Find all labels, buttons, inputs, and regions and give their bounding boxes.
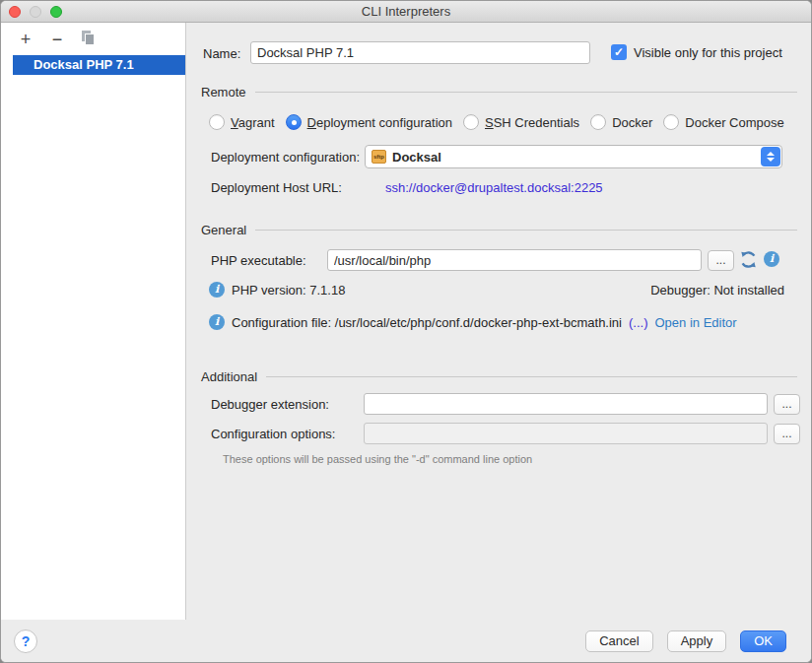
deployment-host-url-label: Deployment Host URL: [211, 180, 342, 195]
section-divider [255, 230, 797, 231]
combo-stepper-icon[interactable] [761, 147, 780, 166]
radio-docker-label: Docker [612, 115, 652, 130]
deployment-configuration-select[interactable]: sftp Docksal [365, 145, 782, 168]
radio-icon [209, 114, 225, 130]
remote-section-title: Remote [201, 85, 246, 99]
deployment-host-url-link[interactable]: ssh://docker@drupaltest.docksal:2225 [385, 180, 603, 195]
radio-vagrant[interactable]: Vagrant [209, 114, 275, 130]
php-executable-label: PHP executable: [211, 253, 306, 268]
debugger-extension-input[interactable] [364, 393, 768, 415]
php-executable-browse-button[interactable]: ... [708, 250, 734, 271]
radio-deployment-configuration[interactable]: Deployment configuration [286, 114, 452, 130]
visible-only-checkbox-label: Visible only for this project [634, 45, 782, 60]
sidebar: + − Docksal PHP 7.1 [1, 23, 186, 622]
radio-icon [663, 114, 679, 130]
ok-button[interactable]: OK [740, 630, 786, 652]
section-divider [255, 92, 797, 93]
help-button[interactable]: ? [14, 630, 37, 653]
configuration-options-browse-button[interactable]: ... [774, 424, 800, 444]
cancel-button[interactable]: Cancel [585, 630, 652, 652]
debugger-status-text: Debugger: Not installed [650, 283, 784, 298]
php-executable-info-icon[interactable]: i [764, 251, 779, 267]
sftp-icon: sftp [372, 150, 386, 164]
reload-php-info-button[interactable] [739, 250, 758, 272]
radio-docker[interactable]: Docker [590, 114, 652, 130]
info-icon: i [209, 314, 225, 330]
radio-ssh-credentials-label: SSH Credentials [485, 115, 579, 130]
copy-interpreter-button[interactable] [80, 31, 98, 47]
configuration-options-label: Configuration options: [211, 427, 335, 441]
visible-only-checkbox[interactable]: ✓ [611, 44, 627, 60]
configuration-options-input[interactable] [364, 423, 768, 444]
info-icon: i [209, 282, 225, 298]
interpreter-list-item[interactable]: Docksal PHP 7.1 [13, 55, 185, 75]
title-bar: CLI Interpreters [1, 1, 811, 23]
radio-selected-icon [286, 114, 302, 130]
reload-icon [739, 250, 758, 269]
minus-icon: − [52, 30, 63, 49]
window-title: CLI Interpreters [1, 1, 811, 23]
sidebar-toolbar: + − [1, 23, 185, 55]
plus-icon: + [21, 30, 32, 49]
radio-icon [590, 114, 606, 130]
radio-docker-compose-label: Docker Compose [685, 115, 783, 130]
dialog-footer: ? Cancel Apply OK [1, 620, 811, 662]
section-divider [266, 376, 797, 377]
php-executable-input[interactable] [327, 249, 702, 271]
debugger-extension-label: Debugger extension: [211, 397, 329, 412]
name-input[interactable] [250, 41, 590, 64]
interpreter-list: Docksal PHP 7.1 [1, 55, 185, 75]
radio-ssh-credentials[interactable]: SSH Credentials [463, 114, 579, 130]
general-section-title: General [201, 223, 246, 237]
cli-interpreters-dialog: CLI Interpreters + − Docksal PHP 7.1 Nam… [0, 0, 812, 663]
configuration-file-expand-link[interactable]: (...) [629, 315, 648, 330]
apply-button[interactable]: Apply [667, 630, 727, 652]
additional-section-title: Additional [201, 369, 257, 384]
settings-panel: Name: ✓ Visible only for this project Re… [187, 23, 811, 622]
php-version-text: PHP version: 7.1.18 [232, 283, 345, 298]
add-interpreter-button[interactable]: + [17, 32, 34, 47]
open-in-editor-link[interactable]: Open in Editor [654, 315, 736, 330]
radio-docker-compose[interactable]: Docker Compose [663, 114, 783, 130]
debugger-extension-browse-button[interactable]: ... [774, 394, 800, 415]
radio-deployment-configuration-label: Deployment configuration [307, 115, 452, 130]
deployment-configuration-label: Deployment configuration: [211, 150, 360, 165]
radio-vagrant-label: Vagrant [231, 115, 275, 130]
configuration-options-note: These options will be passed using the "… [223, 453, 532, 465]
name-label: Name: [203, 46, 240, 61]
radio-icon [463, 114, 479, 130]
deployment-configuration-value: Docksal [392, 150, 761, 165]
copy-icon [82, 31, 96, 45]
configuration-file-text: Configuration file: /usr/local/etc/php/c… [232, 315, 622, 330]
remove-interpreter-button[interactable]: − [48, 32, 66, 47]
